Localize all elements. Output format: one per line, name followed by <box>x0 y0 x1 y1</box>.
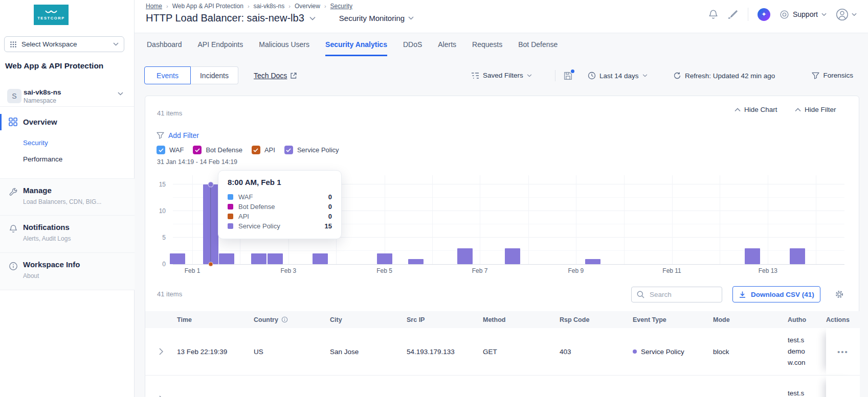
sidebar-item-manage[interactable]: Manage Load Balancers, CDN, BIG... <box>0 178 135 215</box>
legend-label: API <box>264 146 275 154</box>
hide-filter-button[interactable]: Hide Filter <box>795 106 836 113</box>
chart-bar[interactable] <box>219 253 234 264</box>
chart-bar[interactable] <box>585 259 600 264</box>
x-axis-tick-label: Feb 3 <box>280 267 296 274</box>
gridline <box>480 175 480 264</box>
col-time[interactable]: Time <box>177 316 254 323</box>
breadcrumb-namespace[interactable]: sai-vk8s-ns <box>254 3 285 10</box>
forensics-button[interactable]: Forensics <box>812 72 853 79</box>
sidebar-item-workspace-info[interactable]: Workspace Info About <box>0 252 135 290</box>
chart-bar[interactable] <box>457 248 473 264</box>
tooltip-row: Service Policy 15 <box>228 221 332 231</box>
ai-assistant-icon[interactable]: ✦ <box>758 8 770 21</box>
chevron-down-icon <box>821 13 827 16</box>
y-axis-tick-label: 0 <box>162 261 166 268</box>
search-input[interactable] <box>649 290 712 299</box>
legend-label: Bot Defense <box>206 146 242 154</box>
api-checkbox[interactable] <box>252 146 260 154</box>
sidebar-item-notifications[interactable]: Notifications Alerts, Audit Logs <box>0 215 135 252</box>
tab-bot-defense[interactable]: Bot Defense <box>518 33 558 56</box>
sidebar-item-security[interactable]: Security <box>23 139 48 147</box>
theme-brush-icon[interactable] <box>728 9 739 20</box>
chart-bar[interactable] <box>408 259 424 264</box>
context-selector[interactable]: Security Monitoring <box>339 14 414 22</box>
breadcrumb-home[interactable]: Home <box>146 3 162 10</box>
events-incidents-toggle: Events Incidents <box>144 66 238 84</box>
col-method[interactable]: Method <box>483 316 560 323</box>
add-filter-button[interactable]: Add Filter <box>157 131 199 139</box>
col-rsp-code[interactable]: Rsp Code <box>560 316 633 323</box>
chevron-down-icon <box>408 16 414 20</box>
tab-malicious-users[interactable]: Malicious Users <box>259 33 309 56</box>
table-row: 13 Feb 21:18:40 US San Jose 54.183.185.1… <box>145 375 860 397</box>
col-city[interactable]: City <box>330 316 407 323</box>
download-csv-button[interactable]: Download CSV (41) <box>732 286 820 302</box>
col-actions[interactable]: Actions <box>826 316 860 323</box>
save-filter-button[interactable] <box>563 71 573 81</box>
chart-bar[interactable] <box>251 253 266 264</box>
chart-bar[interactable] <box>505 248 520 264</box>
waf-checkbox[interactable] <box>157 146 165 154</box>
chevron-down-icon <box>527 74 532 77</box>
row-actions-menu-icon[interactable]: ••• <box>837 347 849 356</box>
service-policy-checkbox[interactable] <box>284 146 293 154</box>
hide-chart-button[interactable]: Hide Chart <box>735 106 777 113</box>
row-actions-menu-icon[interactable]: ••• <box>837 395 849 397</box>
cell-event-type: Service Policy <box>633 395 713 397</box>
chart-bar[interactable] <box>268 253 283 264</box>
breadcrumb-overview[interactable]: Overview <box>295 3 320 10</box>
legend-label: WAF <box>169 146 184 154</box>
sidebar-item-performance[interactable]: Performance <box>23 155 62 163</box>
sidebar-item-overview[interactable]: Overview <box>0 113 134 131</box>
tab-dashboard[interactable]: Dashboard <box>147 33 182 56</box>
tooltip-label: WAF <box>238 193 323 201</box>
tab-requests[interactable]: Requests <box>472 33 502 56</box>
col-src-ip[interactable]: Src IP <box>407 316 483 323</box>
legend-item-api[interactable]: API <box>252 146 275 154</box>
col-mode[interactable]: Mode <box>713 316 788 323</box>
chart-bar[interactable] <box>377 253 392 264</box>
chart-bar[interactable] <box>790 248 805 264</box>
cell-rsp-code: 403 <box>560 395 633 397</box>
legend-item-bot-defense[interactable]: Bot Defense <box>193 146 242 154</box>
chart-bar[interactable] <box>313 253 328 264</box>
tab-security-analytics[interactable]: Security Analytics <box>325 33 387 56</box>
row-expander-icon[interactable] <box>145 348 177 355</box>
refresh-button[interactable]: Refresh: Updated 42 min ago <box>673 72 775 80</box>
workspace-selector[interactable]: Select Workspace <box>4 36 124 52</box>
time-range-dropdown[interactable]: Last 14 days <box>588 72 648 80</box>
chart-bar[interactable] <box>170 253 185 264</box>
chart-tooltip: 8:00 AM, Feb 1 WAF 0 Bot Defense 0 API 0 <box>218 170 342 239</box>
main-area: Home › Web App & API Protection › sai-vk… <box>135 0 868 397</box>
tab-api-endpoints[interactable]: API Endpoints <box>198 33 243 56</box>
tab-alerts[interactable]: Alerts <box>438 33 456 56</box>
incidents-toggle-button[interactable]: Incidents <box>191 66 238 84</box>
events-toggle-button[interactable]: Events <box>144 66 191 84</box>
bell-icon <box>9 224 18 233</box>
legend-item-waf[interactable]: WAF <box>157 146 184 154</box>
namespace-label: Namespace <box>24 97 56 104</box>
tooltip-label: Bot Defense <box>238 203 323 211</box>
tech-docs-link[interactable]: Tech Docs <box>254 72 297 80</box>
waf-swatch <box>228 194 233 200</box>
col-event-type[interactable]: Event Type <box>633 316 713 323</box>
support-label: Support <box>793 10 818 18</box>
breadcrumb-waap[interactable]: Web App & API Protection <box>172 3 243 10</box>
table-settings-gear-icon[interactable] <box>835 290 844 299</box>
notifications-bell-icon[interactable] <box>708 9 719 20</box>
lb-selector-chevron-icon[interactable] <box>309 16 316 20</box>
legend-item-service-policy[interactable]: Service Policy <box>284 146 339 154</box>
chart-bar[interactable] <box>745 248 760 264</box>
bot-defense-checkbox[interactable] <box>193 146 202 154</box>
breadcrumb-security[interactable]: Security <box>330 3 352 10</box>
col-authority[interactable]: Autho <box>788 316 826 323</box>
chart-x-labels: Feb 1Feb 3Feb 5Feb 7Feb 9Feb 11Feb 13 <box>173 267 844 275</box>
col-country[interactable]: Country <box>254 316 330 323</box>
support-menu[interactable]: Support <box>780 10 827 19</box>
sidebar-item-workspace-info-label: Workspace Info <box>23 260 80 269</box>
user-menu[interactable] <box>836 8 857 21</box>
tab-ddos[interactable]: DDoS <box>403 33 422 56</box>
saved-filters-dropdown[interactable]: Saved Filters <box>471 72 532 79</box>
cell-authority: test.s demo <box>788 388 826 397</box>
namespace-selector[interactable]: S sai-vk8s-ns Namespace <box>4 88 130 108</box>
